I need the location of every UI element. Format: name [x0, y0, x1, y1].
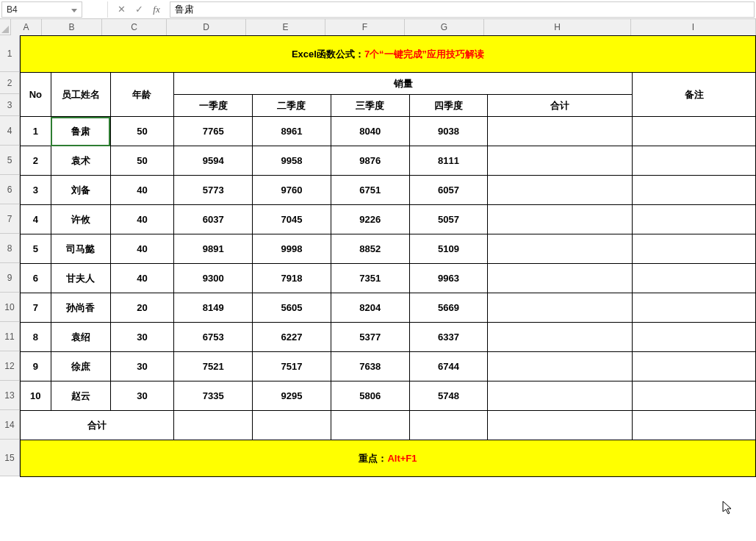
- cell-sum[interactable]: [488, 323, 633, 352]
- cell-q4[interactable]: 5669: [409, 293, 488, 323]
- cell-q3[interactable]: 5806: [331, 381, 409, 411]
- cell-q3[interactable]: 8204: [331, 293, 409, 323]
- select-all-corner[interactable]: [0, 19, 11, 35]
- total-sum[interactable]: [488, 411, 633, 440]
- cell-age[interactable]: 50: [110, 117, 174, 146]
- header-q2[interactable]: 二季度: [253, 95, 331, 117]
- cell-sum[interactable]: [488, 352, 633, 381]
- cell-q4[interactable]: 5057: [409, 205, 488, 234]
- column-header-D[interactable]: D: [167, 19, 246, 35]
- cell-q1[interactable]: 9594: [174, 146, 253, 176]
- cell-no[interactable]: 8: [21, 323, 51, 352]
- cell-q2[interactable]: 5605: [253, 293, 331, 323]
- total-q2[interactable]: [253, 411, 331, 440]
- cell-no[interactable]: 10: [21, 381, 51, 411]
- cell-q1[interactable]: 7335: [174, 381, 253, 411]
- row-header-3[interactable]: 3: [0, 94, 20, 116]
- total-label[interactable]: 合计: [21, 411, 174, 440]
- row-header-6[interactable]: 6: [0, 175, 20, 204]
- cell-no[interactable]: 9: [21, 352, 51, 381]
- cell-age[interactable]: 50: [110, 146, 174, 176]
- title-cell[interactable]: Excel函数公式：7个“一键完成”应用技巧解读: [21, 36, 756, 73]
- row-header-5[interactable]: 5: [0, 146, 20, 175]
- cell-no[interactable]: 6: [21, 264, 51, 293]
- cell-name[interactable]: 甘夫人: [51, 264, 110, 293]
- cell-q1[interactable]: 8149: [174, 293, 253, 323]
- cell-name[interactable]: 司马懿: [51, 234, 110, 264]
- formula-input[interactable]: 鲁肃: [170, 1, 755, 18]
- row-header-12[interactable]: 12: [0, 351, 20, 381]
- cell-age[interactable]: 40: [110, 176, 174, 205]
- cell-no[interactable]: 4: [21, 205, 51, 234]
- cell-q3[interactable]: 8040: [331, 117, 409, 146]
- cell-sum[interactable]: [488, 293, 633, 323]
- header-q1[interactable]: 一季度: [174, 95, 253, 117]
- cell-q2[interactable]: 9760: [253, 176, 331, 205]
- cell-q3[interactable]: 9876: [331, 146, 409, 176]
- column-header-G[interactable]: G: [405, 19, 484, 35]
- cell-name[interactable]: 袁绍: [51, 323, 110, 352]
- cell-q4[interactable]: 9038: [409, 117, 488, 146]
- cell-name[interactable]: 徐庶: [51, 352, 110, 381]
- header-sales-group[interactable]: 销量: [174, 73, 633, 95]
- header-sum[interactable]: 合计: [488, 95, 633, 117]
- cell-q1[interactable]: 5773: [174, 176, 253, 205]
- row-header-7[interactable]: 7: [0, 204, 20, 234]
- cell-q4[interactable]: 9963: [409, 264, 488, 293]
- row-header-1[interactable]: 1: [0, 35, 20, 72]
- column-header-H[interactable]: H: [484, 19, 631, 35]
- cell-q1[interactable]: 6037: [174, 205, 253, 234]
- header-note[interactable]: 备注: [633, 73, 756, 117]
- cell-age[interactable]: 30: [110, 352, 174, 381]
- column-header-B[interactable]: B: [42, 19, 102, 35]
- cell-q4[interactable]: 8111: [409, 146, 488, 176]
- row-header-10[interactable]: 10: [0, 293, 20, 322]
- cell-q2[interactable]: 7045: [253, 205, 331, 234]
- cell-name[interactable]: 赵云: [51, 381, 110, 411]
- cell-q2[interactable]: 9958: [253, 146, 331, 176]
- column-header-E[interactable]: E: [246, 19, 325, 35]
- cell-note[interactable]: [633, 323, 756, 352]
- cell-note[interactable]: [633, 146, 756, 176]
- cell-no[interactable]: 7: [21, 293, 51, 323]
- cell-q1[interactable]: 9891: [174, 234, 253, 264]
- cell-sum[interactable]: [488, 264, 633, 293]
- cell-age[interactable]: 30: [110, 381, 174, 411]
- cell-q2[interactable]: 8961: [253, 117, 331, 146]
- cell-q2[interactable]: 7517: [253, 352, 331, 381]
- cell-note[interactable]: [633, 205, 756, 234]
- cell-no[interactable]: 5: [21, 234, 51, 264]
- cell-q4[interactable]: 5748: [409, 381, 488, 411]
- row-header-13[interactable]: 13: [0, 381, 20, 410]
- row-header-11[interactable]: 11: [0, 322, 20, 351]
- cell-name[interactable]: 袁术: [51, 146, 110, 176]
- header-no[interactable]: No: [21, 73, 51, 117]
- cell-no[interactable]: 2: [21, 146, 51, 176]
- cell-sum[interactable]: [488, 381, 633, 411]
- cell-no[interactable]: 1: [21, 117, 51, 146]
- fx-icon[interactable]: fx: [148, 1, 165, 18]
- footer-cell[interactable]: 重点：Alt+F1: [21, 440, 756, 477]
- cell-q3[interactable]: 7638: [331, 352, 409, 381]
- cell-q1[interactable]: 7521: [174, 352, 253, 381]
- cell-note[interactable]: [633, 234, 756, 264]
- cell-age[interactable]: 40: [110, 205, 174, 234]
- name-box[interactable]: B4: [1, 1, 82, 18]
- header-name[interactable]: 员工姓名: [51, 73, 110, 117]
- total-q4[interactable]: [409, 411, 488, 440]
- cell-age[interactable]: 40: [110, 264, 174, 293]
- confirm-icon[interactable]: ✓: [130, 1, 148, 18]
- cell-q4[interactable]: 5109: [409, 234, 488, 264]
- row-header-2[interactable]: 2: [0, 72, 20, 94]
- column-header-A[interactable]: A: [11, 19, 42, 35]
- cell-age[interactable]: 30: [110, 323, 174, 352]
- column-header-C[interactable]: C: [102, 19, 167, 35]
- header-q3[interactable]: 三季度: [331, 95, 409, 117]
- cell-note[interactable]: [633, 176, 756, 205]
- total-note[interactable]: [633, 411, 756, 440]
- cell-sum[interactable]: [488, 146, 633, 176]
- cell-q1[interactable]: 6753: [174, 323, 253, 352]
- cell-q3[interactable]: 8852: [331, 234, 409, 264]
- cell-q3[interactable]: 5377: [331, 323, 409, 352]
- header-age[interactable]: 年龄: [110, 73, 174, 117]
